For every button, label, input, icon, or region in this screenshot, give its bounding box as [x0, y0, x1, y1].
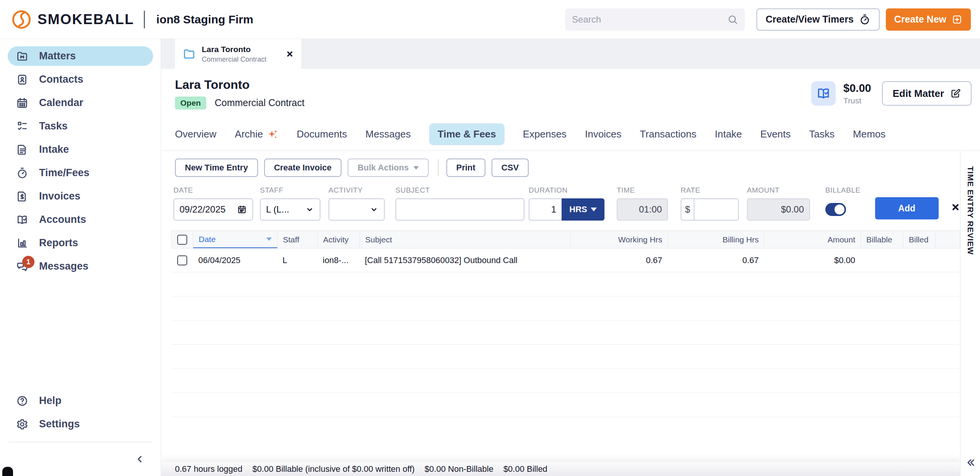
matter-type: Commercial Contract: [215, 97, 305, 108]
trust-summary[interactable]: $0.00 Trust: [811, 81, 871, 106]
sidebar-item-accounts[interactable]: Accounts: [0, 208, 161, 231]
edit-matter-button[interactable]: Edit Matter: [882, 81, 972, 106]
staff-select[interactable]: L (L...: [260, 198, 320, 221]
sidebar-item-label: Accounts: [39, 214, 86, 226]
duration-input[interactable]: [529, 204, 562, 215]
staff-value: L (L...: [266, 204, 289, 215]
column-header-activity[interactable]: Activity: [318, 231, 360, 248]
create-view-timers-button[interactable]: Create/View Timers: [756, 8, 880, 31]
create-new-button[interactable]: Create New: [886, 8, 971, 31]
activity-label: ACTIVITY: [328, 186, 385, 195]
create-new-label: Create New: [894, 14, 946, 25]
tab-messages[interactable]: Messages: [366, 128, 411, 140]
global-search[interactable]: [565, 8, 745, 31]
rate-input[interactable]: [694, 204, 738, 215]
sidebar-item-matters[interactable]: Matters: [8, 46, 153, 66]
amount-label: AMOUNT: [747, 186, 810, 195]
column-header-working-hrs[interactable]: Working Hrs: [570, 231, 668, 248]
column-header-billing-hrs[interactable]: Billing Hrs: [668, 231, 764, 248]
tab-events[interactable]: Events: [760, 128, 791, 140]
timers-button-label: Create/View Timers: [766, 14, 854, 25]
date-field[interactable]: [173, 198, 253, 221]
tab-documents[interactable]: Documents: [297, 128, 347, 140]
csv-label: CSV: [501, 163, 519, 173]
sidebar-item-intake[interactable]: Intake: [0, 138, 161, 161]
hours-logged-summary: 0.67 hours logged: [175, 464, 242, 474]
cell-staff: L: [277, 255, 317, 265]
tab-archie[interactable]: Archie: [235, 128, 278, 140]
billable-toggle[interactable]: [825, 203, 846, 216]
column-header-staff[interactable]: Staff: [278, 231, 318, 248]
expand-review-panel-button[interactable]: [965, 457, 976, 468]
row-checkbox[interactable]: [177, 255, 187, 265]
add-time-entry-button[interactable]: Add: [875, 197, 939, 219]
time-entries-summary-bar: 0.67 hours logged $0.00 Billable (inclus…: [161, 462, 960, 476]
tab-invoices[interactable]: Invoices: [585, 128, 621, 140]
search-input[interactable]: [572, 14, 727, 25]
cell-activity: ion8-...: [317, 255, 359, 265]
tab-transactions[interactable]: Transactions: [640, 128, 696, 140]
intake-document-icon: [16, 144, 28, 156]
collapse-sidebar-button[interactable]: [134, 453, 145, 465]
sidebar-item-settings[interactable]: Settings: [0, 412, 161, 436]
date-label: DATE: [173, 186, 253, 195]
bulk-actions-button[interactable]: Bulk Actions: [348, 159, 429, 177]
tab-memos[interactable]: Memos: [853, 128, 885, 140]
column-header-date[interactable]: Date: [193, 231, 278, 248]
date-input[interactable]: [180, 204, 234, 215]
date-header-label: Date: [199, 235, 216, 244]
sidebar-item-label: Messages: [39, 260, 88, 272]
sidebar-item-tasks[interactable]: Tasks: [0, 115, 161, 138]
tab-expenses[interactable]: Expenses: [523, 128, 567, 140]
duration-field[interactable]: [529, 198, 562, 221]
subject-label: SUBJECT: [395, 186, 524, 195]
column-header-billable[interactable]: Billable: [861, 231, 903, 248]
new-time-entry-button[interactable]: New Time Entry: [175, 159, 258, 177]
empty-table-row: [171, 393, 960, 417]
empty-table-row: [171, 345, 960, 369]
column-header-subject[interactable]: Subject: [360, 231, 570, 248]
csv-button[interactable]: CSV: [492, 159, 529, 177]
tab-intake[interactable]: Intake: [715, 128, 742, 140]
tab-time-and-fees[interactable]: Time & Fees: [429, 123, 505, 145]
close-matter-tab-button[interactable]: [286, 50, 294, 58]
create-invoice-button[interactable]: Create Invoice: [264, 159, 341, 177]
column-header-filler: [936, 231, 960, 248]
rate-field[interactable]: $: [681, 198, 739, 221]
tab-tasks[interactable]: Tasks: [809, 128, 835, 140]
smokeball-logo-icon: [11, 10, 31, 29]
smokeball-logo[interactable]: SMOKEBALL: [11, 10, 134, 29]
matter-tab[interactable]: Lara Toronto Commercial Contract: [175, 39, 301, 69]
column-header-billed[interactable]: Billed: [903, 231, 936, 248]
subject-field[interactable]: [395, 198, 524, 221]
matter-title: Lara Toronto: [175, 78, 304, 92]
time-entry-review-title: TIME ENTRY REVIEW: [966, 166, 975, 255]
empty-table-row: [171, 272, 960, 296]
sidebar-item-calendar[interactable]: Calendar: [0, 91, 161, 115]
print-button[interactable]: Print: [446, 159, 485, 177]
sidebar-item-contacts[interactable]: Contacts: [0, 68, 161, 91]
sidebar-item-invoices[interactable]: Invoices: [0, 185, 161, 208]
sidebar-item-label: Settings: [39, 418, 80, 430]
bulk-actions-label: Bulk Actions: [358, 163, 409, 173]
select-all-checkbox[interactable]: [177, 235, 187, 245]
tab-archie-label: Archie: [235, 128, 263, 140]
toggle-knob: [835, 204, 844, 214]
accounts-book-icon: [16, 214, 28, 226]
tasks-checklist-icon: [16, 120, 28, 132]
activity-select[interactable]: [328, 198, 385, 221]
sidebar-item-help[interactable]: Help: [0, 389, 161, 412]
table-row[interactable]: 06/04/2025 L ion8-... [Call 517153795806…: [171, 249, 960, 272]
calendar-icon[interactable]: [237, 204, 247, 214]
sidebar-item-label: Invoices: [39, 190, 80, 202]
close-entry-form-button[interactable]: [951, 202, 960, 212]
sidebar-item-reports[interactable]: Reports: [0, 231, 161, 255]
sidebar-item-label: Intake: [39, 144, 69, 155]
sidebar-item-messages[interactable]: 1 Messages: [0, 255, 161, 278]
subject-input[interactable]: [402, 204, 518, 215]
column-header-amount[interactable]: Amount: [764, 231, 861, 248]
sidebar-item-time-fees[interactable]: Time/Fees: [0, 161, 161, 185]
sidebar-item-label: Matters: [39, 50, 76, 62]
duration-unit-button[interactable]: HRS: [562, 198, 604, 221]
tab-overview[interactable]: Overview: [175, 128, 216, 140]
